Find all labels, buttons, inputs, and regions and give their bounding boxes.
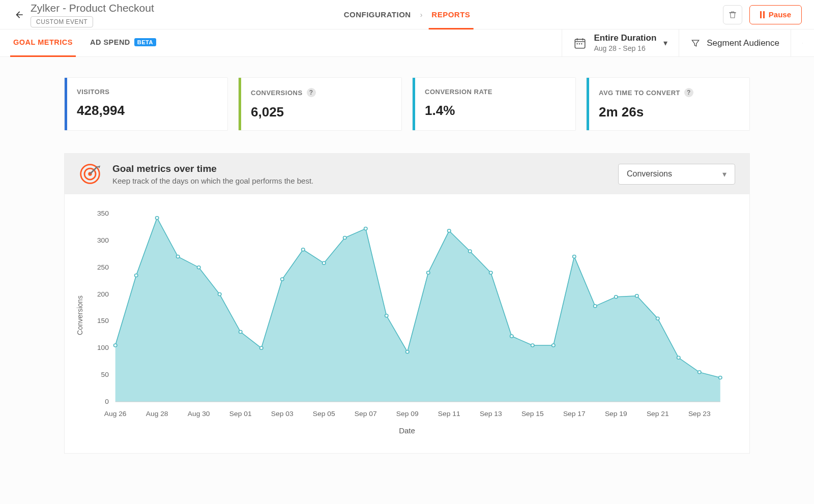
pause-button[interactable]: Pause: [749, 5, 802, 24]
back-arrow-button[interactable]: [12, 8, 26, 22]
x-axis-label: Date: [83, 426, 731, 435]
subtab-goal-metrics[interactable]: GOAL METRICS: [12, 29, 74, 56]
kpi-visitors-value: 428,994: [77, 103, 215, 118]
date-range: Aug 28 - Sep 16: [594, 44, 656, 53]
metric-select[interactable]: Conversions ▾: [618, 164, 735, 185]
svg-point-34: [260, 346, 263, 349]
svg-point-36: [302, 248, 305, 251]
svg-text:Sep 21: Sep 21: [647, 410, 669, 418]
svg-point-44: [469, 250, 472, 253]
custom-event-badge: CUSTOM EVENT: [31, 16, 93, 27]
filter-icon: [690, 38, 701, 48]
svg-point-46: [510, 335, 513, 338]
svg-point-49: [573, 255, 576, 258]
svg-text:Aug 28: Aug 28: [146, 410, 168, 418]
kpi-avgtime-value: 2m 26s: [599, 104, 737, 120]
svg-point-31: [197, 266, 200, 269]
svg-text:Sep 17: Sep 17: [563, 410, 586, 418]
segment-audience-button[interactable]: Segment Audience: [679, 29, 791, 56]
svg-point-35: [281, 278, 284, 281]
chevron-right-icon: ›: [420, 11, 423, 19]
svg-text:Aug 26: Aug 26: [104, 410, 127, 418]
help-icon[interactable]: ?: [307, 88, 316, 97]
refresh-button[interactable]: [791, 29, 814, 56]
svg-point-41: [406, 350, 409, 353]
subtabs: GOAL METRICS AD SPEND BETA: [0, 29, 172, 56]
svg-text:250: 250: [97, 263, 109, 271]
svg-point-43: [448, 229, 451, 232]
metric-select-value: Conversions: [627, 169, 672, 179]
svg-point-33: [239, 331, 242, 334]
svg-point-48: [552, 344, 555, 347]
kpi-conversion-rate: CONVERSION RATE 1.4%: [412, 77, 576, 131]
date-text: Entire Duration Aug 28 - Sep 16: [594, 33, 656, 53]
help-icon[interactable]: ?: [684, 88, 693, 97]
trash-icon: [728, 10, 737, 19]
header-tabs: CONFIGURATION › REPORTS: [341, 0, 474, 29]
title-block: Zylker - Product Checkout CUSTOM EVENT: [31, 2, 154, 27]
svg-point-42: [427, 271, 430, 274]
chart-header: Goal metrics over time Keep track of the…: [65, 154, 749, 194]
svg-text:150: 150: [97, 317, 109, 325]
chart-area: Conversions 050100150200250300350Aug 26A…: [83, 209, 731, 422]
header-actions: Pause: [723, 5, 802, 24]
svg-point-37: [323, 261, 326, 264]
svg-text:Sep 03: Sep 03: [271, 410, 294, 418]
subheader-right: Entire Duration Aug 28 - Sep 16 ▾ Segmen…: [562, 29, 814, 56]
refresh-icon: [802, 38, 803, 49]
svg-text:100: 100: [97, 344, 109, 352]
content: VISITORS 428,994 CONVERSIONS? 6,025 CONV…: [0, 57, 814, 504]
svg-point-47: [531, 344, 534, 347]
svg-point-55: [698, 371, 701, 374]
svg-text:Sep 09: Sep 09: [396, 410, 419, 418]
svg-point-38: [343, 236, 346, 240]
svg-text:Sep 11: Sep 11: [438, 410, 460, 418]
svg-point-52: [635, 294, 638, 298]
svg-text:Sep 01: Sep 01: [229, 410, 252, 418]
svg-text:Sep 15: Sep 15: [521, 410, 544, 418]
svg-text:50: 50: [101, 371, 109, 379]
svg-point-30: [177, 255, 180, 258]
subheader: GOAL METRICS AD SPEND BETA Entire Durati…: [0, 29, 814, 57]
svg-point-45: [489, 271, 492, 274]
svg-text:Sep 05: Sep 05: [313, 410, 335, 418]
chart-body: Conversions 050100150200250300350Aug 26A…: [65, 194, 749, 453]
svg-point-40: [385, 314, 388, 317]
kpi-row: VISITORS 428,994 CONVERSIONS? 6,025 CONV…: [64, 77, 750, 131]
tab-configuration[interactable]: CONFIGURATION: [341, 0, 414, 29]
y-axis-label: Conversions: [76, 295, 84, 335]
area-chart-svg: 050100150200250300350Aug 26Aug 28Aug 30S…: [83, 209, 731, 422]
svg-point-50: [594, 305, 597, 308]
svg-text:Sep 19: Sep 19: [605, 410, 627, 418]
delete-button[interactable]: [723, 5, 742, 24]
kpi-visitors: VISITORS 428,994: [64, 77, 228, 131]
svg-text:Sep 07: Sep 07: [355, 410, 377, 418]
kpi-rate-label: CONVERSION RATE: [425, 88, 492, 96]
beta-badge: BETA: [134, 38, 156, 46]
svg-point-54: [677, 356, 680, 359]
svg-text:Aug 30: Aug 30: [188, 410, 210, 418]
svg-point-56: [719, 376, 722, 379]
tab-reports[interactable]: REPORTS: [428, 0, 473, 29]
kpi-rate-value: 1.4%: [425, 103, 563, 118]
kpi-conversions-value: 6,025: [251, 104, 389, 120]
segment-audience-label: Segment Audience: [707, 38, 779, 48]
svg-point-28: [135, 274, 138, 277]
calendar-icon: [573, 37, 587, 50]
date-range-picker[interactable]: Entire Duration Aug 28 - Sep 16 ▾: [562, 29, 679, 56]
chart-subtitle: Keep track of the days on which the goal…: [112, 176, 313, 185]
kpi-visitors-label: VISITORS: [77, 88, 109, 96]
page-title: Zylker - Product Checkout: [31, 2, 154, 14]
chart-panel: Goal metrics over time Keep track of the…: [64, 153, 750, 454]
svg-text:Sep 13: Sep 13: [480, 410, 502, 418]
target-icon: [79, 163, 101, 185]
svg-point-39: [364, 227, 367, 230]
svg-point-51: [615, 295, 618, 299]
subtab-ad-spend[interactable]: AD SPEND BETA: [89, 29, 157, 56]
pause-label: Pause: [769, 10, 791, 19]
kpi-avgtime-label: AVG TIME TO CONVERT: [599, 89, 680, 97]
caret-down-icon: ▾: [722, 169, 726, 179]
svg-point-29: [156, 216, 159, 219]
svg-text:Sep 23: Sep 23: [688, 410, 711, 418]
svg-point-27: [114, 344, 117, 347]
